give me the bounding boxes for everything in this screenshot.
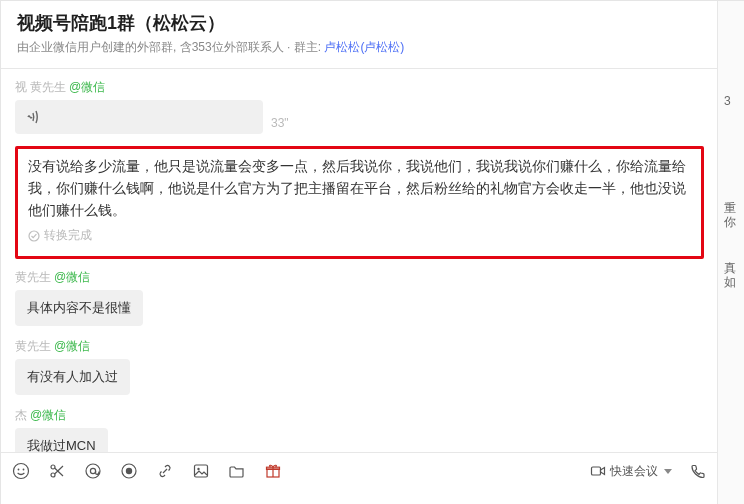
- video-icon: [590, 463, 606, 479]
- quick-meeting-label: 快速会议: [610, 463, 658, 480]
- voice-transcript-highlight: 没有说给多少流量，他只是说流量会变多一点，然后我说你，我说他们，我说我说你们赚什…: [15, 146, 704, 259]
- svg-point-6: [86, 464, 100, 478]
- svg-point-11: [197, 468, 199, 470]
- subtitle-prefix: 由企业微信用户创建的外部群, 含: [17, 40, 192, 54]
- member-count: 353: [192, 40, 212, 54]
- check-circle-icon: [28, 230, 40, 242]
- file-button[interactable]: [227, 461, 247, 481]
- voice-transcript-text[interactable]: 没有说给多少流量，他只是说流量会变多一点，然后我说你，我说他们，我说我说你们赚什…: [28, 155, 691, 221]
- link-icon: [156, 462, 174, 480]
- sender-name: 杰: [15, 407, 27, 424]
- group-owner-link[interactable]: 卢松松(卢松松): [324, 40, 404, 54]
- right-panel-item[interactable]: 真 如: [724, 255, 744, 295]
- message-input[interactable]: [11, 489, 708, 504]
- voice-duration: 33": [271, 116, 289, 130]
- svg-rect-14: [592, 467, 601, 475]
- group-subtitle: 由企业微信用户创建的外部群, 含353位外部联系人 · 群主: 卢松松(卢松松): [17, 39, 702, 56]
- wechat-tag: @微信: [54, 338, 90, 355]
- link-button[interactable]: [155, 461, 175, 481]
- message-bubble[interactable]: 具体内容不是很懂: [15, 290, 143, 326]
- message-bubble[interactable]: 有没有人加入过: [15, 359, 130, 395]
- folder-icon: [228, 462, 246, 480]
- message-composer: 快速会议: [1, 452, 718, 504]
- message-bubble[interactable]: 我做过MCN: [15, 428, 108, 452]
- toolbar-left: [11, 461, 283, 481]
- right-panel-item[interactable]: 重 你: [724, 195, 744, 235]
- sender-line: 黄先生 @微信: [15, 338, 704, 355]
- svg-point-1: [14, 464, 29, 479]
- gift-icon: [264, 462, 282, 480]
- sender-name: 黄先生: [30, 79, 66, 96]
- wechat-tag: @微信: [30, 407, 66, 424]
- image-button[interactable]: [191, 461, 211, 481]
- svg-rect-10: [195, 465, 208, 477]
- transcript-status: 转换完成: [28, 227, 691, 244]
- emoji-button[interactable]: [11, 461, 31, 481]
- image-icon: [192, 462, 210, 480]
- record-button[interactable]: [119, 461, 139, 481]
- emoji-icon: [12, 462, 30, 480]
- messages-list[interactable]: 视 黄先生 @微信 33" 没有说给多少流量: [1, 69, 718, 452]
- message-text: 黄先生 @微信 有没有人加入过: [15, 338, 704, 395]
- quick-meeting-button[interactable]: 快速会议: [590, 463, 672, 480]
- sender-prefix: 视: [15, 79, 27, 96]
- wechat-tag: @微信: [69, 79, 105, 96]
- message-text: 黄先生 @微信 具体内容不是很懂: [15, 269, 704, 326]
- wechat-tag: @微信: [54, 269, 90, 286]
- scissors-button[interactable]: [47, 461, 67, 481]
- svg-point-9: [126, 468, 132, 474]
- right-side-panel[interactable]: 3 重 你 真 如: [717, 1, 744, 504]
- sender-name: 黄先生: [15, 338, 51, 355]
- svg-point-3: [23, 469, 25, 471]
- gift-button[interactable]: [263, 461, 283, 481]
- chevron-down-icon: [664, 469, 672, 474]
- sender-line: 视 黄先生 @微信: [15, 79, 704, 96]
- phone-icon: [689, 462, 707, 480]
- scissors-icon: [48, 462, 66, 480]
- voice-row: 33": [15, 100, 704, 134]
- toolbar-right: 快速会议: [590, 461, 708, 481]
- right-panel-item[interactable]: 3: [724, 77, 744, 125]
- chat-column: 视频号陪跑1群（松松云） 由企业微信用户创建的外部群, 含353位外部联系人 ·…: [1, 1, 718, 504]
- message-text: 杰 @微信 我做过MCN: [15, 407, 704, 452]
- subtitle-mid: 位外部联系人 · 群主:: [212, 40, 325, 54]
- chat-header: 视频号陪跑1群（松松云） 由企业微信用户创建的外部群, 含353位外部联系人 ·…: [1, 1, 718, 69]
- sender-name: 黄先生: [15, 269, 51, 286]
- at-icon: [84, 462, 102, 480]
- sound-wave-icon: [27, 110, 43, 124]
- svg-point-7: [90, 468, 95, 473]
- transcript-status-text: 转换完成: [44, 227, 92, 244]
- sender-line: 杰 @微信: [15, 407, 704, 424]
- message-voice: 视 黄先生 @微信 33": [15, 79, 704, 134]
- voice-bubble[interactable]: [15, 100, 263, 134]
- record-icon: [120, 462, 138, 480]
- phone-button[interactable]: [688, 461, 708, 481]
- group-title: 视频号陪跑1群（松松云）: [17, 11, 702, 35]
- svg-point-2: [18, 469, 20, 471]
- mention-button[interactable]: [83, 461, 103, 481]
- sender-line: 黄先生 @微信: [15, 269, 704, 286]
- composer-toolbar: 快速会议: [11, 459, 708, 483]
